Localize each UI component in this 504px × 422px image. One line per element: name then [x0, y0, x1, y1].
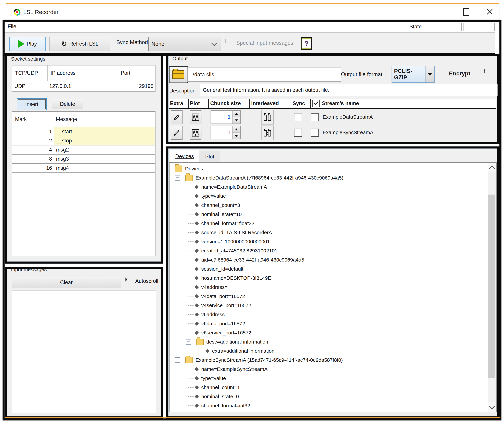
close-button[interactable] [484, 6, 496, 18]
description-field[interactable]: General test Information. It is saved in… [200, 84, 498, 96]
tree-item[interactable]: type=value [171, 374, 486, 383]
tree-item[interactable]: source_id=TAIS-LSLRecorderA [171, 228, 486, 237]
tree-item[interactable]: desc=additional information [171, 337, 486, 346]
tree-expander[interactable] [175, 175, 180, 181]
extra-button[interactable] [171, 126, 183, 140]
sync-method-dropdown[interactable]: None [148, 37, 221, 51]
vertical-scrollbar[interactable] [488, 163, 496, 412]
help-button[interactable]: ? [301, 37, 312, 50]
plot-button[interactable] [190, 126, 201, 140]
tab-plot[interactable]: Plot [199, 151, 220, 162]
stream-name-label: ExampleDataStreamA [323, 114, 373, 120]
tree-item[interactable]: channel_format=int32 [171, 401, 486, 410]
socket-row[interactable]: UDP127.0.0.129195 [12, 81, 155, 92]
tree-item[interactable]: name=ExampleSyncStreamA [171, 365, 486, 374]
minimize-button[interactable] [434, 6, 446, 18]
tree-item[interactable]: v4address= [171, 283, 486, 292]
tree-item[interactable]: v6address= [171, 310, 486, 319]
special-input-checkbox[interactable] [225, 39, 226, 43]
sync-checkbox[interactable] [294, 129, 302, 137]
mark-cell-message[interactable]: __start [54, 127, 155, 136]
streams-name-header-checkbox[interactable] [312, 100, 320, 107]
mark-row[interactable]: 2__stop [12, 136, 155, 145]
scroll-up-button[interactable] [488, 163, 496, 172]
play-icon [18, 40, 24, 48]
mark-cell-message[interactable]: __stop [54, 136, 155, 145]
mark-row[interactable]: 4msg2 [12, 145, 155, 155]
tree-item[interactable]: channel_count=1 [171, 383, 486, 392]
dropdown-arrow-button[interactable] [425, 66, 434, 82]
tree-item[interactable]: v6data_port=16572 [171, 319, 486, 328]
clear-button[interactable]: Clear [12, 277, 121, 288]
tree-item[interactable]: version=1.1000000000000001 [171, 237, 486, 246]
encrypt-checkbox[interactable] [484, 69, 485, 73]
chunk-size-spinner[interactable]: 1 [210, 110, 241, 124]
extra-button[interactable] [171, 110, 183, 124]
autoscroll-checkbox[interactable] [126, 278, 126, 281]
tree-item[interactable]: v6service_port=16572 [171, 328, 486, 337]
plot-button[interactable] [190, 110, 201, 124]
interleaved-button[interactable] [261, 110, 274, 125]
input-messages-log[interactable] [12, 291, 156, 413]
socket-cell-2[interactable]: 29195 [117, 81, 155, 91]
spinner-down-button[interactable] [233, 117, 240, 124]
stream-name-checkbox[interactable] [311, 129, 319, 137]
play-button[interactable]: Play [9, 37, 46, 51]
tree-item[interactable]: v4data_port=16572 [171, 292, 486, 301]
tree-item[interactable]: hostname=DESKTOP-3I3L49E [171, 273, 486, 283]
mark-cell-message[interactable]: msg4 [54, 164, 155, 172]
output-format-dropdown[interactable]: PCLIS-GZIP [391, 66, 435, 83]
tree-item[interactable]: ExampleDataStreamA (c7f68964-ce33-442f-a… [171, 173, 486, 182]
tree-item[interactable]: session_id=default [171, 264, 486, 273]
chunk-size-value[interactable]: 1 [211, 111, 232, 124]
mark-cell-message[interactable]: msg2 [54, 145, 155, 154]
scroll-down-button[interactable] [488, 402, 496, 412]
mark-row[interactable]: 8msg3 [12, 155, 155, 164]
tree-item[interactable]: source_id=TAIS-LSLRecA [171, 410, 486, 412]
tree-item[interactable]: type=value [171, 191, 486, 201]
tree-item[interactable]: v4service_port=16572 [171, 301, 486, 310]
socket-cell-0[interactable]: UDP [12, 81, 47, 91]
tab-devices[interactable]: Devices [170, 150, 199, 163]
output-path-field[interactable]: .\data.clis [187, 67, 341, 82]
interleaved-button[interactable] [261, 125, 274, 140]
delete-button[interactable]: Delete [52, 99, 83, 109]
tree-item[interactable]: extra=additional information [171, 346, 486, 356]
chunk-size-spinner[interactable]: 1 [210, 126, 241, 139]
menu-file[interactable]: File [8, 23, 16, 30]
tree-item[interactable]: nominal_srate=10 [171, 210, 486, 219]
browse-output-button[interactable] [169, 66, 188, 83]
stream-header-5: Stream's name [310, 99, 496, 108]
tree-item[interactable]: created_at=745032.82931002101 [171, 246, 486, 255]
mark-cell-mark[interactable]: 1 [12, 127, 54, 136]
mark-cell-mark[interactable]: 2 [12, 136, 54, 145]
mark-cell-message[interactable]: msg3 [54, 155, 155, 163]
refresh-lsl-button[interactable]: ↻ Refresh LSL [49, 37, 110, 51]
mark-cell-mark[interactable]: 8 [12, 155, 54, 163]
mark-row[interactable]: 1__start [12, 127, 155, 136]
tree-item[interactable]: ExampleSyncStreamA (15ad7471-65c9-414f-a… [171, 356, 486, 365]
device-tree: DevicesExampleDataStreamA (c7f68964-ce33… [169, 162, 497, 412]
socket-cell-1[interactable]: 127.0.0.1 [47, 81, 117, 91]
insert-button[interactable]: Insert [17, 98, 47, 110]
tree-expander[interactable] [175, 357, 180, 363]
spinner-up-button[interactable] [233, 126, 240, 133]
scrollbar-thumb[interactable] [488, 195, 495, 378]
chunk-size-value[interactable]: 1 [211, 126, 232, 139]
mark-cell-mark[interactable]: 4 [12, 145, 54, 154]
mark-row[interactable]: 16msg4 [12, 164, 155, 173]
sync-checkbox[interactable] [294, 113, 302, 121]
tree-item[interactable]: name=ExampleDataStreamA [171, 182, 486, 191]
tree-expander[interactable] [186, 339, 191, 345]
spinner-down-button[interactable] [233, 133, 240, 139]
tree-item[interactable]: uid=c7f68964-ce33-442f-a946-430c9069a4a5 [171, 255, 486, 264]
tree-item[interactable]: nominal_srate=0 [171, 392, 486, 401]
tree-item[interactable]: Devices [171, 164, 486, 173]
maximize-button[interactable] [460, 6, 472, 18]
stream-name-checkbox[interactable] [311, 113, 319, 121]
tree-item[interactable]: channel_count=3 [171, 201, 486, 210]
tree-item-label: v4service_port=16572 [201, 303, 251, 308]
spinner-up-button[interactable] [233, 111, 240, 117]
mark-cell-mark[interactable]: 16 [12, 164, 54, 172]
tree-item[interactable]: channel_format=float32 [171, 219, 486, 228]
